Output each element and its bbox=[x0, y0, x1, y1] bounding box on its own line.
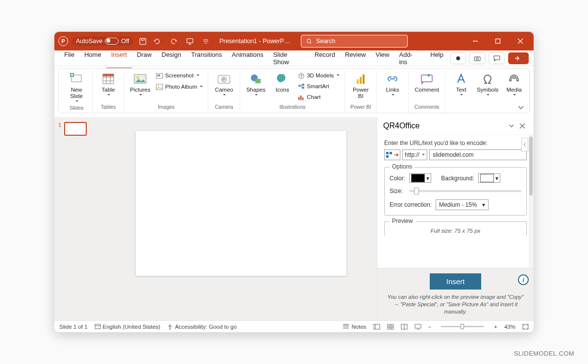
svg-rect-35 bbox=[374, 324, 380, 329]
color-swatch-white bbox=[480, 174, 494, 182]
svg-rect-15 bbox=[157, 74, 160, 76]
slide-canvas[interactable] bbox=[136, 131, 346, 276]
size-slider[interactable] bbox=[409, 190, 521, 192]
svg-rect-23 bbox=[298, 85, 301, 87]
thumb-number: 1 bbox=[58, 122, 61, 136]
pane-dropdown-icon[interactable] bbox=[506, 123, 517, 128]
zoom-in-button[interactable]: + bbox=[494, 324, 497, 330]
powerbi-button[interactable]: Power BI bbox=[348, 71, 373, 100]
camera-button[interactable] bbox=[469, 52, 486, 64]
undo-icon[interactable] bbox=[153, 35, 165, 47]
maximize-button[interactable] bbox=[489, 32, 507, 50]
close-button[interactable] bbox=[511, 32, 530, 50]
pane-body: Enter the URL/text you'd like to encode:… bbox=[377, 135, 534, 268]
symbols-icon bbox=[482, 72, 493, 86]
tab-slide-show[interactable]: Slide Show bbox=[268, 48, 310, 69]
ribbon-group-images: Pictures Screenshot Photo Album Images bbox=[124, 71, 208, 113]
language-status[interactable]: English (United States) bbox=[95, 324, 161, 330]
slider-handle[interactable] bbox=[414, 188, 419, 194]
background-label: Background: bbox=[441, 175, 474, 182]
3d-models-button[interactable]: 3D Models bbox=[296, 71, 342, 80]
accessibility-status[interactable]: Accessibility: Good to go bbox=[167, 324, 237, 330]
svg-rect-31 bbox=[390, 152, 392, 154]
tab-help[interactable]: Help bbox=[425, 48, 448, 69]
smartart-button[interactable]: SmartArt bbox=[296, 81, 342, 91]
cameo-button[interactable]: P Cameo bbox=[211, 71, 237, 97]
minimize-button[interactable] bbox=[466, 32, 485, 50]
record-button[interactable] bbox=[450, 52, 466, 64]
new-slide-button[interactable]: New Slide bbox=[64, 71, 89, 104]
status-bar: Slide 1 of 1 English (United States) Acc… bbox=[54, 320, 534, 332]
url-input[interactable] bbox=[429, 149, 527, 160]
tab-transitions[interactable]: Transitions bbox=[186, 48, 227, 69]
comment-button[interactable]: Comment bbox=[412, 71, 442, 94]
zoom-out-button[interactable]: − bbox=[428, 324, 432, 330]
pictures-button[interactable]: Pictures bbox=[127, 71, 153, 97]
zoom-slider[interactable] bbox=[441, 326, 484, 327]
tab-view[interactable]: View bbox=[371, 48, 394, 69]
share-button[interactable] bbox=[508, 52, 529, 64]
screenshot-button[interactable]: Screenshot bbox=[154, 71, 205, 80]
autosave-toggle[interactable]: AutoSave Off bbox=[72, 37, 133, 46]
tab-home[interactable]: Home bbox=[79, 48, 106, 69]
error-correction-select[interactable]: Medium - 15%▾ bbox=[436, 199, 489, 210]
background-picker[interactable]: ▾ bbox=[478, 173, 500, 183]
autosave-state: Off bbox=[121, 38, 129, 45]
tab-design[interactable]: Design bbox=[157, 48, 186, 69]
links-button[interactable]: Links bbox=[380, 71, 405, 97]
color-swatch-black bbox=[411, 174, 425, 182]
present-icon[interactable] bbox=[184, 35, 196, 47]
tab-file[interactable]: File bbox=[59, 48, 79, 69]
search-input[interactable] bbox=[316, 38, 402, 45]
qat-overflow-icon[interactable] bbox=[200, 35, 212, 47]
pane-title: QR4Office bbox=[383, 121, 419, 130]
symbols-button[interactable]: Symbols bbox=[475, 71, 500, 97]
collapse-tab-icon[interactable] bbox=[521, 138, 528, 151]
color-picker[interactable]: ▾ bbox=[409, 173, 431, 183]
tab-animations[interactable]: Animations bbox=[227, 48, 268, 69]
svg-rect-0 bbox=[140, 38, 146, 44]
normal-view-icon[interactable] bbox=[373, 324, 380, 330]
comments-button[interactable] bbox=[489, 52, 505, 64]
tab-insert[interactable]: Insert bbox=[106, 48, 132, 69]
svg-rect-33 bbox=[95, 324, 100, 329]
info-icon[interactable]: i bbox=[518, 274, 529, 285]
sorter-view-icon[interactable] bbox=[387, 324, 394, 330]
media-button[interactable]: Media bbox=[501, 71, 527, 97]
slide-counter[interactable]: Slide 1 of 1 bbox=[59, 324, 88, 330]
slideshow-view-icon[interactable] bbox=[415, 324, 421, 330]
tab-draw[interactable]: Draw bbox=[132, 48, 156, 69]
tab-record[interactable]: Record bbox=[310, 48, 340, 69]
text-icon bbox=[456, 72, 466, 86]
tab-review[interactable]: Review bbox=[340, 48, 371, 69]
tab-add-ins[interactable]: Add-ins bbox=[394, 48, 425, 69]
reading-view-icon[interactable] bbox=[401, 324, 408, 330]
pane-close-icon[interactable] bbox=[517, 123, 528, 129]
insert-button[interactable]: Insert bbox=[430, 273, 482, 290]
options-fieldset: Options Color: ▾ Background: ▾ Size: bbox=[384, 167, 527, 216]
chart-button[interactable]: Chart bbox=[296, 92, 342, 102]
notes-button[interactable]: Notes bbox=[343, 324, 366, 330]
qr-mode-button[interactable]: ➔ bbox=[384, 149, 400, 160]
error-correction-label: Error correction: bbox=[390, 201, 432, 208]
shapes-button[interactable]: Shapes bbox=[243, 71, 269, 97]
fit-window-icon[interactable] bbox=[522, 324, 529, 330]
search-box[interactable] bbox=[301, 35, 408, 48]
icons-button[interactable]: Icons bbox=[270, 71, 295, 94]
protocol-select[interactable]: http:// bbox=[402, 149, 427, 160]
redo-icon[interactable] bbox=[169, 35, 180, 47]
svg-point-2 bbox=[307, 39, 311, 43]
table-button[interactable]: Table bbox=[96, 71, 121, 97]
scrollbar[interactable] bbox=[529, 135, 534, 268]
photo-album-button[interactable]: Photo Album bbox=[154, 82, 205, 92]
thumbnail-pane[interactable]: 1 bbox=[54, 117, 105, 320]
preview-fieldset: Preview Full size: 75 x 75 px bbox=[384, 221, 527, 236]
save-icon[interactable] bbox=[137, 35, 149, 47]
text-button[interactable]: Text bbox=[448, 71, 474, 97]
zoom-percent[interactable]: 43% bbox=[504, 324, 515, 330]
zoom-slider-handle[interactable] bbox=[461, 324, 464, 329]
slide-thumbnail-1[interactable] bbox=[64, 122, 87, 136]
ribbon-collapse-icon[interactable] bbox=[517, 105, 524, 110]
color-label: Color: bbox=[390, 175, 405, 182]
scrollbar-thumb[interactable] bbox=[529, 137, 533, 195]
